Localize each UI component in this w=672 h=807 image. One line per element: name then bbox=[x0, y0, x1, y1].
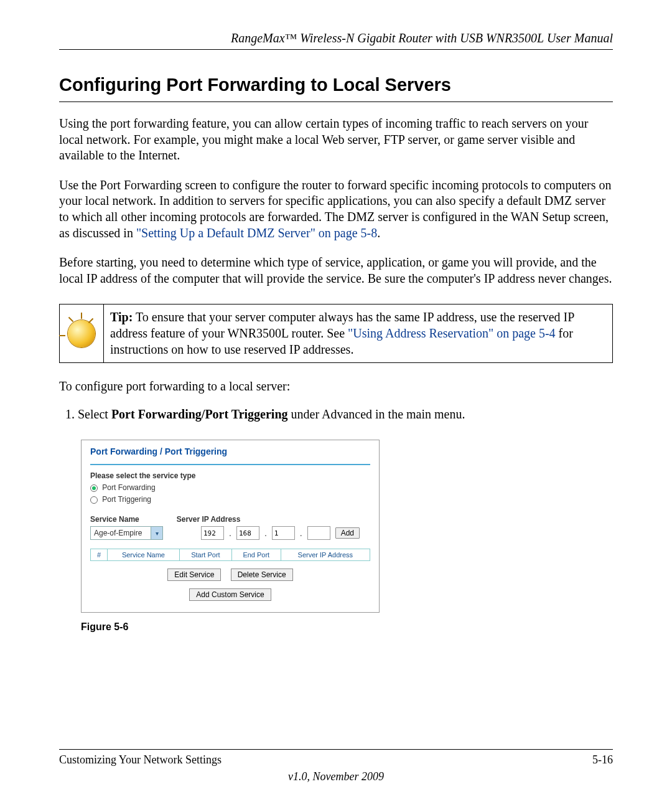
paragraph-1: Using the port forwarding feature, you c… bbox=[59, 116, 613, 164]
screenshot-title: Port Forwarding / Port Triggering bbox=[90, 446, 370, 464]
tip-icon-cell bbox=[60, 304, 104, 362]
service-name-value: Age-of-Empire bbox=[94, 529, 142, 537]
tip-box: Tip: To ensure that your server computer… bbox=[59, 304, 613, 363]
link-address-reservation[interactable]: "Using Address Reservation" on page 5-4 bbox=[348, 326, 556, 340]
select-service-type-label: Please select the service type bbox=[90, 471, 370, 480]
col-service-name: Service Name bbox=[108, 549, 180, 561]
step-1-post: under Advanced in the main menu. bbox=[288, 407, 465, 421]
page-header: RangeMax™ Wireless-N Gigabit Router with… bbox=[59, 31, 613, 50]
ip-octet-1[interactable] bbox=[201, 526, 224, 540]
section-title: Configuring Port Forwarding to Local Ser… bbox=[59, 75, 613, 102]
router-ui-screenshot: Port Forwarding / Port Triggering Please… bbox=[81, 440, 380, 613]
footer-version: v1.0, November 2009 bbox=[59, 770, 613, 783]
service-name-label: Service Name bbox=[90, 515, 139, 524]
ip-dot: . bbox=[264, 528, 267, 538]
divider bbox=[90, 464, 370, 465]
lightbulb-icon bbox=[68, 320, 95, 347]
server-ip-label: Server IP Address bbox=[177, 515, 241, 524]
col-number: # bbox=[91, 549, 108, 561]
ip-dot: . bbox=[300, 528, 302, 538]
paragraph-3: Before starting, you need to determine w… bbox=[59, 255, 613, 286]
add-custom-service-button[interactable]: Add Custom Service bbox=[189, 588, 271, 601]
footer-section: Customizing Your Network Settings bbox=[59, 753, 222, 767]
paragraph-2: Use the Port Forwarding screen to config… bbox=[59, 177, 613, 241]
ip-octet-2[interactable] bbox=[236, 526, 259, 540]
footer-page-number: 5-16 bbox=[592, 753, 613, 767]
step-1-pre: Select bbox=[78, 407, 111, 421]
step-1: Select Port Forwarding/Port Triggering u… bbox=[78, 406, 613, 422]
edit-service-button[interactable]: Edit Service bbox=[167, 569, 221, 581]
add-button[interactable]: Add bbox=[335, 527, 360, 539]
radio-unselected-icon bbox=[90, 496, 98, 504]
figure-label: Figure 5-6 bbox=[81, 621, 613, 633]
chevron-down-icon: ▾ bbox=[151, 527, 162, 539]
col-start-port: Start Port bbox=[179, 549, 231, 561]
radio-selected-icon bbox=[90, 484, 98, 492]
tip-text: Tip: To ensure that your server computer… bbox=[104, 304, 612, 362]
delete-service-button[interactable]: Delete Service bbox=[231, 569, 293, 581]
tip-label: Tip: bbox=[110, 310, 133, 324]
steps-intro: To configure port forwarding to a local … bbox=[59, 379, 613, 394]
ip-octet-3[interactable] bbox=[272, 526, 295, 540]
col-server-ip: Server IP Address bbox=[281, 549, 370, 561]
radio-port-forwarding[interactable]: Port Forwarding bbox=[90, 483, 370, 492]
paragraph-2b: . bbox=[377, 226, 380, 240]
step-1-bold: Port Forwarding/Port Triggering bbox=[111, 407, 288, 421]
col-end-port: End Port bbox=[231, 549, 281, 561]
radio-triggering-label: Port Triggering bbox=[102, 495, 151, 504]
radio-forwarding-label: Port Forwarding bbox=[102, 483, 155, 492]
link-dmz-server[interactable]: "Setting Up a Default DMZ Server" on pag… bbox=[136, 226, 377, 240]
service-name-select[interactable]: Age-of-Empire ▾ bbox=[90, 526, 163, 540]
ip-octet-4[interactable] bbox=[307, 526, 330, 540]
services-table: # Service Name Start Port End Port Serve… bbox=[90, 549, 370, 561]
ip-dot: . bbox=[229, 528, 231, 538]
radio-port-triggering[interactable]: Port Triggering bbox=[90, 495, 370, 504]
